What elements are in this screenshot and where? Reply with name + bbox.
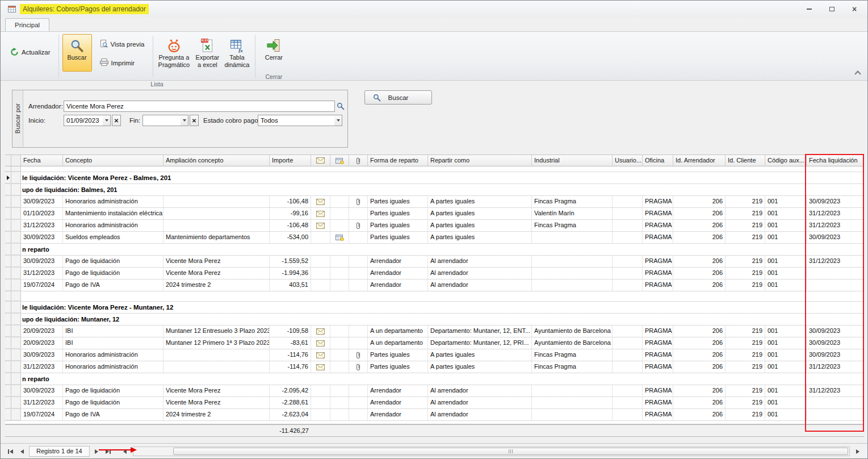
cell-industrial[interactable] [532,268,613,279]
cell-forma[interactable]: Partes iguales [368,232,428,243]
next-record-button[interactable] [91,447,102,456]
cell-id_arrendador[interactable]: 206 [673,196,726,207]
group-row-label[interactable]: le liquidación: Vicente Mora Perez - Bal… [21,172,864,183]
cell-codigo[interactable]: 001 [765,349,807,361]
restore-button[interactable] [824,5,839,14]
cell-usuario[interactable] [613,268,643,279]
cell-usuario[interactable] [613,196,643,207]
cell-cal[interactable] [330,268,349,279]
cell-repartir[interactable]: Al arrendador [428,268,532,279]
cell-importe[interactable]: -106,48 [270,196,311,207]
cell-repartir[interactable]: A partes iguales [428,232,532,243]
cell-clip[interactable] [349,279,368,291]
cell-fecha[interactable]: 19/07/2024 [21,279,63,291]
exportar-excel-button[interactable]: XLSX Exportar a excel [192,34,222,72]
column-header[interactable]: Industrial [532,155,613,166]
cell-codigo[interactable]: 001 [765,337,807,349]
cell-forma[interactable]: A un departamento [368,326,428,337]
row-select-cell[interactable] [11,166,21,172]
cell-concepto[interactable]: Pago de IVA [63,409,163,420]
cell-industrial[interactable]: Fincas Pragma [532,349,613,361]
cell-id_arrendador[interactable]: 206 [673,232,726,243]
cell-importe[interactable]: -2.288,61 [270,397,311,408]
cell-id_cliente[interactable]: 219 [726,220,765,231]
cell-usuario[interactable] [613,208,643,219]
cell-id_arrendador[interactable]: 206 [673,337,726,349]
cell-usuario[interactable] [613,349,643,361]
cell-codigo[interactable]: 001 [765,326,807,337]
cell-ampliacion[interactable]: Vicente Mora Perez [163,268,270,279]
column-header-cal[interactable] [330,155,349,166]
scroll-right-button[interactable] [853,447,863,456]
column-header[interactable]: Id. Arrendador [673,155,726,166]
cell-ampliacion[interactable] [163,349,270,361]
cell-fecha_liq[interactable]: 30/09/2023 [807,349,864,361]
cell-oficina[interactable]: PRAGMA [643,220,673,231]
cell-cal[interactable] [330,256,349,267]
cell-id_cliente[interactable]: 219 [726,397,765,408]
row-select-cell[interactable] [11,409,21,420]
cell-clip[interactable] [349,256,368,267]
actualizar-button[interactable]: Actualizar [6,45,55,60]
cell-fecha_liq[interactable]: 31/12/2023 [807,361,864,373]
collapse-ribbon-button[interactable] [855,70,859,75]
column-header[interactable]: Concepto [63,155,163,166]
horizontal-scrollbar[interactable] [133,447,850,456]
cell-mail[interactable] [311,208,330,219]
cell-ampliacion[interactable]: 2024 trimestre 2 [163,279,270,291]
cell-clip[interactable] [349,349,368,361]
cell-forma[interactable]: Arrendador [368,279,428,291]
cell-clip[interactable] [349,232,368,243]
cell-concepto[interactable]: Pago de liquidación [63,385,163,397]
inicio-date-input[interactable] [64,115,103,126]
cell-forma[interactable]: Arrendador [368,268,428,279]
cell-ampliacion[interactable] [163,196,270,207]
cell-clip[interactable] [349,208,368,219]
cell-forma[interactable]: Arrendador [368,256,428,267]
cell-concepto[interactable]: Honorarios administración [63,196,163,207]
cell-industrial[interactable] [532,385,613,397]
cell-usuario[interactable] [613,232,643,243]
cerrar-button[interactable]: Cerrar [259,34,288,72]
cell-concepto[interactable]: Honorarios administración [63,361,163,373]
cell-fecha_liq[interactable] [807,279,864,291]
cell-mail[interactable] [311,232,330,243]
cell-forma[interactable]: Partes iguales [368,361,428,373]
cell-mail[interactable] [311,349,330,361]
inicio-dropdown-button[interactable] [103,115,111,126]
column-header-mail[interactable] [311,155,330,166]
cell-industrial[interactable] [532,397,613,408]
scrollbar-thumb[interactable] [173,448,848,455]
column-header[interactable]: Ampliación concepto [163,155,270,166]
row-select-cell[interactable] [11,314,21,325]
cell-clip[interactable] [349,385,368,397]
cell-fecha_liq[interactable]: 30/09/2023 [807,232,864,243]
row-select-cell[interactable] [11,326,21,337]
estado-dropdown-button[interactable] [334,115,342,126]
cell-ampliacion[interactable]: 2024 trimestre 2 [163,409,270,420]
cell-oficina[interactable]: PRAGMA [643,256,673,267]
cell-repartir[interactable]: Departamento: Muntaner, 12, ENT... [428,326,532,337]
cell-concepto[interactable]: Honorarios administración [63,349,163,361]
cell-fecha_liq[interactable] [807,409,864,420]
row-select-cell[interactable] [11,349,21,361]
column-header[interactable]: Fecha liquidación [807,155,864,166]
cell-fecha[interactable]: 19/07/2024 [21,409,63,420]
cell-fecha_liq[interactable]: 30/09/2023 [807,326,864,337]
cell-ampliacion[interactable]: Muntaner 12 Primero 1ª 3 Plazo 2023 [163,337,270,349]
imprimir-button[interactable]: Imprimir [95,56,149,69]
cell-id_arrendador[interactable]: 206 [673,409,726,420]
cell-clip[interactable] [349,326,368,337]
cell-concepto[interactable]: Pago de liquidación [63,256,163,267]
column-header[interactable]: Id. Cliente [726,155,765,166]
cell-id_arrendador[interactable]: 206 [673,349,726,361]
estado-cobro-pago-select[interactable]: Todos [258,115,335,126]
cell-oficina[interactable]: PRAGMA [643,268,673,279]
cell-oficina[interactable]: PRAGMA [643,409,673,420]
cell-id_arrendador[interactable]: 206 [673,256,726,267]
tabla-dinamica-button[interactable]: fx Tabla dinámica [222,34,251,72]
cell-clip[interactable] [349,337,368,349]
buscar-button[interactable]: Buscar [62,34,92,72]
cell-repartir[interactable]: A partes iguales [428,349,532,361]
cell-oficina[interactable]: PRAGMA [643,349,673,361]
